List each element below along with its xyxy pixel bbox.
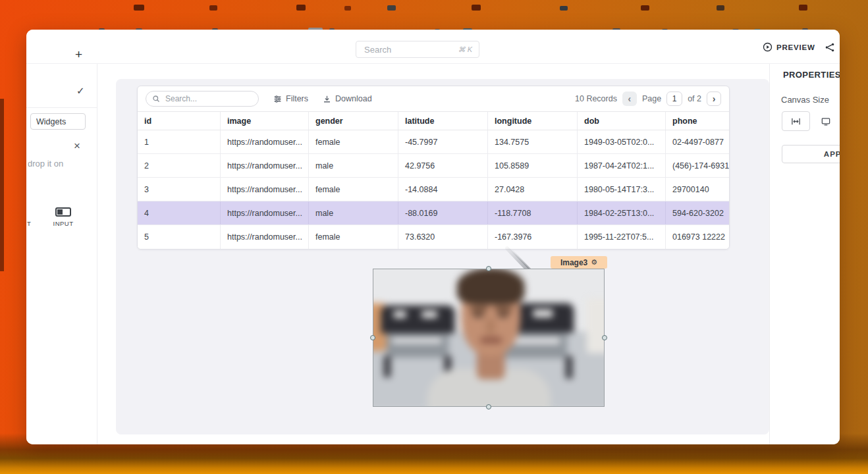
canvas-size-label: Canvas Size xyxy=(781,95,829,105)
download-button[interactable]: Download xyxy=(323,94,372,103)
canvas-desktop-width-button[interactable] xyxy=(811,111,840,131)
desktop-background: { "app": { "topbar": { "search_placehold… xyxy=(0,0,868,474)
properties-panel: PROPERTIES Canvas Size APPLY xyxy=(769,64,840,444)
table-toolbar: Filters Download 10 Records ‹ Page 1 of … xyxy=(138,86,729,111)
play-circle-icon xyxy=(763,42,773,52)
search-shortcut-hint: ⌘ K xyxy=(458,45,472,54)
table-row[interactable]: 2https://randomuser...male42.9756105.858… xyxy=(138,154,729,178)
image-widget-photo[interactable] xyxy=(373,269,604,406)
column-header-longitude[interactable]: longitude xyxy=(488,112,578,130)
preview-button[interactable]: PREVIEW xyxy=(763,42,815,52)
check-icon[interactable]: ✓ xyxy=(76,86,85,95)
column-header-latitude[interactable]: latitude xyxy=(398,112,488,130)
table-cell-latitude: -14.0884 xyxy=(398,178,488,201)
records-count: 10 Records xyxy=(575,94,617,103)
widget-settings-icon[interactable]: ⚙ xyxy=(591,258,597,267)
table-cell-phone: 29700140 xyxy=(666,178,730,201)
table-cell-gender: female xyxy=(309,130,398,153)
photo-shape xyxy=(533,309,553,317)
column-header-image[interactable]: image xyxy=(221,112,309,130)
table-pagination: 10 Records ‹ Page 1 of 2 › xyxy=(575,92,721,106)
desktop-icon xyxy=(821,117,831,126)
widgets-search-input[interactable] xyxy=(31,114,85,129)
properties-title: PROPERTIES xyxy=(783,70,840,80)
next-page-button[interactable]: › xyxy=(707,92,721,106)
photo-shape xyxy=(587,298,604,353)
table-cell-phone: (456)-174-6931 xyxy=(666,154,730,177)
add-icon[interactable]: + xyxy=(75,48,82,61)
apply-button[interactable]: APPLY xyxy=(782,145,840,163)
photo-shape xyxy=(421,311,437,318)
fluid-width-icon xyxy=(791,117,801,126)
table-search-box[interactable] xyxy=(146,91,259,107)
table-cell-id: 4 xyxy=(138,201,221,224)
prev-page-button[interactable]: ‹ xyxy=(622,92,637,106)
column-header-id[interactable]: id xyxy=(138,112,221,130)
resize-handle-top[interactable] xyxy=(486,266,491,271)
table-row[interactable]: 5https://randomuser...female73.6320-167.… xyxy=(138,225,729,249)
download-icon xyxy=(323,95,331,103)
widgets-search-box[interactable] xyxy=(30,113,86,130)
photo-shape xyxy=(392,338,441,344)
global-search-input[interactable] xyxy=(363,44,458,55)
background-artifact xyxy=(0,99,4,271)
filters-label: Filters xyxy=(286,94,308,103)
table-cell-phone: 594-620-3202 xyxy=(666,201,730,224)
resize-handle-left[interactable] xyxy=(370,335,375,340)
share-icon[interactable] xyxy=(825,42,835,53)
photo-shape xyxy=(381,305,454,334)
filters-button[interactable]: Filters xyxy=(273,94,308,103)
global-search[interactable]: ⌘ K xyxy=(356,41,479,58)
table-cell-gender: female xyxy=(309,225,398,249)
table-cell-image: https://randomuser... xyxy=(221,225,309,249)
resize-handle-bottom[interactable] xyxy=(486,404,491,409)
palette-item-input-label: INPUT xyxy=(50,220,76,227)
table-cell-gender: male xyxy=(309,154,398,177)
table-cell-longitude: -118.7708 xyxy=(488,201,578,224)
page-total-label: of 2 xyxy=(688,94,701,103)
photo-shape xyxy=(486,318,495,335)
photo-shape xyxy=(472,313,484,317)
column-header-phone[interactable]: phone xyxy=(666,112,730,130)
table-row[interactable]: 3https://randomuser...female-14.088427.0… xyxy=(138,178,729,201)
table-cell-dob: 1987-04-24T02:1... xyxy=(578,154,666,177)
search-icon xyxy=(152,95,160,103)
column-header-dob[interactable]: dob xyxy=(578,112,666,130)
app-builder-window: ⌘ K PREVIEW + ✓ × drop it on T INPUT xyxy=(26,30,840,444)
table-cell-longitude: 27.0428 xyxy=(488,178,578,201)
table-cell-dob: 1980-05-14T17:3... xyxy=(578,178,666,201)
photo-shape xyxy=(497,313,509,317)
sidebar-divider xyxy=(26,107,97,108)
filters-icon xyxy=(273,95,282,103)
table-row[interactable]: 1https://randomuser...female-45.7997134.… xyxy=(138,130,729,154)
image-widget-name: Image3 xyxy=(560,258,587,267)
image-widget[interactable] xyxy=(373,269,605,407)
table-cell-image: https://randomuser... xyxy=(221,201,309,224)
photo-shape xyxy=(394,311,406,318)
close-icon[interactable]: × xyxy=(74,140,80,151)
topbar: ⌘ K PREVIEW xyxy=(26,30,840,64)
image-widget-label[interactable]: Image3 ⚙ xyxy=(551,256,607,269)
photo-shapes xyxy=(373,269,604,406)
resize-handle-right[interactable] xyxy=(602,335,607,340)
table-cell-phone: 02-4497-0877 xyxy=(666,130,730,153)
table-cell-dob: 1949-03-05T02:0... xyxy=(578,130,666,153)
table-cell-gender: male xyxy=(309,201,398,224)
download-label: Download xyxy=(335,94,372,103)
canvas-fluid-width-button[interactable] xyxy=(782,111,810,131)
table-cell-gender: female xyxy=(309,178,398,201)
table-cell-dob: 1995-11-22T07:5... xyxy=(578,225,666,249)
table-header-row: idimagegenderlatitudelongitudedobphone xyxy=(138,111,729,130)
input-widget-icon[interactable] xyxy=(55,207,71,217)
table-row[interactable]: 4https://randomuser...male-88.0169-118.7… xyxy=(138,201,729,225)
table-cell-latitude: 73.6320 xyxy=(398,225,488,249)
page-number-input[interactable]: 1 xyxy=(666,92,682,106)
table-search-input[interactable] xyxy=(164,93,252,104)
table-cell-latitude: 42.9756 xyxy=(398,154,488,177)
table-cell-longitude: 105.8589 xyxy=(488,154,578,177)
table-widget[interactable]: Filters Download 10 Records ‹ Page 1 of … xyxy=(137,86,730,250)
drop-hint-text: drop it on xyxy=(28,159,63,169)
page-label: Page xyxy=(642,94,661,103)
column-header-gender[interactable]: gender xyxy=(309,112,398,130)
photo-shape xyxy=(457,269,525,305)
